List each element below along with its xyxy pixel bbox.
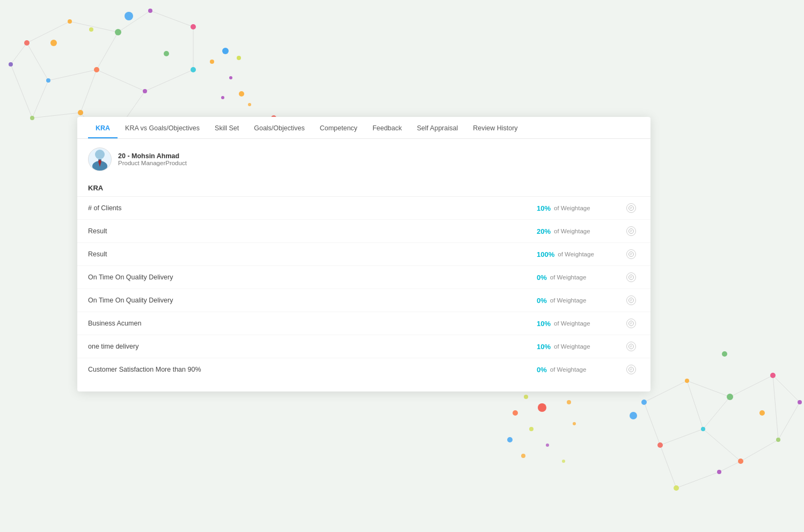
kra-row: Customer Satisfaction More than 90% 0% o… xyxy=(77,358,650,381)
svg-point-20 xyxy=(148,9,152,13)
svg-line-54 xyxy=(719,461,741,472)
kra-name: one time delivery xyxy=(88,343,537,350)
svg-line-46 xyxy=(644,402,660,445)
tab-goals-objectives[interactable]: Goals/Objectives xyxy=(246,117,312,138)
kra-comment-cell xyxy=(623,365,640,374)
weight-percent: 20% xyxy=(537,227,551,235)
svg-line-44 xyxy=(730,375,773,397)
kra-list: # of Clients 10% of Weightage Result 20%… xyxy=(77,197,650,381)
svg-line-4 xyxy=(27,43,48,80)
tab-review-history[interactable]: Review History xyxy=(465,117,525,138)
comment-icon[interactable] xyxy=(626,203,636,213)
svg-line-51 xyxy=(778,402,800,440)
svg-point-30 xyxy=(125,12,133,20)
svg-point-39 xyxy=(221,96,224,99)
user-info-section: 20 - Mohsin Ahmad Product ManagerProduct xyxy=(77,139,650,180)
svg-line-50 xyxy=(741,440,778,461)
tab-competency[interactable]: Competency xyxy=(312,117,365,138)
svg-line-5 xyxy=(48,70,97,80)
svg-point-34 xyxy=(222,48,229,54)
user-details: 20 - Mohsin Ahmad Product ManagerProduct xyxy=(118,152,187,166)
svg-line-1 xyxy=(70,21,118,32)
svg-line-8 xyxy=(145,70,193,91)
comment-icon[interactable] xyxy=(626,226,636,236)
kra-weightage: 0% of Weightage xyxy=(537,366,623,374)
kra-weightage: 0% of Weightage xyxy=(537,297,623,305)
svg-point-24 xyxy=(143,89,147,93)
tab-skill-set[interactable]: Skill Set xyxy=(207,117,246,138)
svg-line-49 xyxy=(703,429,741,461)
tab-kra[interactable]: KRA xyxy=(88,117,118,138)
comment-icon[interactable] xyxy=(626,342,636,351)
svg-point-88 xyxy=(629,229,634,234)
svg-point-36 xyxy=(210,60,214,64)
weight-percent: 10% xyxy=(537,204,551,212)
kra-name: Customer Satisfaction More than 90% xyxy=(88,366,537,373)
svg-line-45 xyxy=(773,375,800,402)
weight-percent: 0% xyxy=(537,366,547,374)
svg-point-72 xyxy=(524,395,528,399)
main-card: KRA KRA vs Goals/Objectives Skill Set Go… xyxy=(77,117,650,391)
weight-label: of Weightage xyxy=(558,251,594,257)
comment-icon[interactable] xyxy=(626,295,636,305)
kra-row: Result 100% of Weightage xyxy=(77,243,650,266)
svg-point-70 xyxy=(722,351,727,357)
svg-line-10 xyxy=(32,80,48,118)
kra-name: Result xyxy=(88,250,537,258)
svg-point-21 xyxy=(191,24,196,29)
svg-point-26 xyxy=(30,116,34,120)
weight-percent: 10% xyxy=(537,320,551,328)
svg-point-76 xyxy=(567,400,571,404)
svg-point-82 xyxy=(562,460,565,463)
kra-comment-cell xyxy=(623,295,640,305)
kra-weightage: 10% of Weightage xyxy=(537,320,623,328)
svg-point-83 xyxy=(95,150,105,159)
kra-name: On Time On Quality Delivery xyxy=(88,274,537,281)
svg-line-52 xyxy=(660,445,676,488)
weight-label: of Weightage xyxy=(554,320,590,327)
comment-icon[interactable] xyxy=(626,319,636,328)
weight-percent: 0% xyxy=(537,297,547,305)
comment-icon[interactable] xyxy=(626,249,636,259)
svg-point-37 xyxy=(229,76,232,79)
svg-point-18 xyxy=(68,19,72,24)
svg-point-23 xyxy=(94,67,99,72)
svg-point-62 xyxy=(657,442,663,448)
svg-point-77 xyxy=(573,422,576,425)
comment-icon[interactable] xyxy=(626,365,636,374)
svg-point-87 xyxy=(629,206,634,211)
svg-point-64 xyxy=(738,459,743,464)
kra-weightage: 10% of Weightage xyxy=(537,204,623,212)
weight-label: of Weightage xyxy=(554,343,590,350)
weight-label: of Weightage xyxy=(550,274,587,280)
kra-weightage: 20% of Weightage xyxy=(537,227,623,235)
section-title: KRA xyxy=(77,180,650,197)
svg-point-29 xyxy=(9,62,13,66)
svg-point-67 xyxy=(717,470,721,474)
svg-line-15 xyxy=(11,43,27,64)
svg-line-0 xyxy=(27,21,70,43)
kra-row: On Time On Quality Delivery 0% of Weight… xyxy=(77,289,650,312)
user-name: 20 - Mohsin Ahmad xyxy=(118,152,187,160)
tab-feedback[interactable]: Feedback xyxy=(365,117,410,138)
svg-point-80 xyxy=(546,444,549,447)
kra-row: one time delivery 10% of Weightage xyxy=(77,335,650,358)
svg-point-33 xyxy=(89,27,93,32)
kra-name: # of Clients xyxy=(88,204,537,212)
tab-self-appraisal[interactable]: Self Appraisal xyxy=(410,117,465,138)
svg-point-68 xyxy=(630,412,637,419)
weight-percent: 100% xyxy=(537,250,554,258)
weight-label: of Weightage xyxy=(554,205,590,211)
tab-kra-vs-goals[interactable]: KRA vs Goals/Objectives xyxy=(118,117,207,138)
comment-icon[interactable] xyxy=(626,272,636,282)
svg-line-16 xyxy=(11,64,32,118)
kra-name: Business Acumen xyxy=(88,320,537,327)
svg-point-92 xyxy=(629,321,634,326)
kra-comment-cell xyxy=(623,272,640,282)
svg-point-93 xyxy=(629,344,634,349)
kra-weightage: 0% of Weightage xyxy=(537,274,623,282)
svg-point-74 xyxy=(513,410,518,416)
weight-label: of Weightage xyxy=(550,366,587,373)
svg-point-31 xyxy=(164,51,169,56)
svg-point-25 xyxy=(191,67,196,72)
